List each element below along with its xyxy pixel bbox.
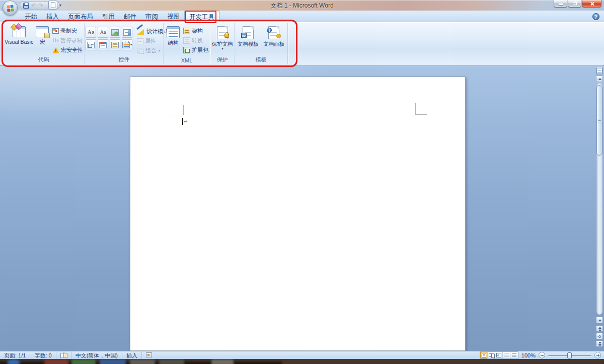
print-preview-button[interactable] (48, 1, 57, 10)
reading-view-icon (489, 353, 491, 357)
annotation-box-ribbon (2, 20, 297, 67)
text-cursor[interactable] (182, 118, 183, 125)
previous-page-button[interactable] (596, 325, 603, 332)
margin-mark-top-left-horizontal (172, 115, 184, 115)
zoom-slider[interactable] (548, 352, 591, 358)
status-bar: 页面: 1/1 字数: 0 中文(简体，中国) 插入 100% (0, 351, 604, 359)
view-button-outline[interactable] (503, 352, 510, 358)
view-button-full-screen-reading[interactable] (488, 352, 495, 358)
taskbar-button-hint (159, 359, 184, 364)
next-page-button[interactable] (596, 340, 603, 347)
browse-object-icon (598, 335, 601, 338)
taskbar-button-hint (211, 359, 234, 364)
paragraph-mark: ↵ (184, 119, 188, 124)
status-language[interactable]: 中文(简体，中国) (71, 352, 122, 359)
status-insert-mode[interactable]: 插入 (122, 352, 142, 359)
view-button-draft[interactable] (510, 352, 518, 358)
windows-taskbar-sliver (0, 359, 604, 364)
title-bar: 文档 1 - Microsoft Word (0, 0, 604, 11)
taskbar-button-hint (44, 359, 68, 364)
next-page-icon (598, 344, 601, 346)
margin-mark-top-right-vertical (415, 103, 416, 115)
web-layout-icon (496, 353, 501, 357)
document-workspace: ↵ (0, 66, 604, 351)
scroll-up-button[interactable] (596, 76, 603, 82)
status-page-number[interactable]: 页面: 1/1 (0, 352, 30, 359)
macro-record-icon (146, 352, 152, 357)
undo-icon[interactable]: ↶ (31, 3, 36, 9)
restore-icon (573, 2, 577, 5)
close-button[interactable] (582, 0, 601, 8)
select-browse-object-button[interactable] (596, 333, 603, 339)
margin-mark-top-left-vertical (183, 105, 184, 115)
zoom-level[interactable]: 100% (521, 352, 536, 358)
minimize-button[interactable] (554, 0, 567, 8)
scroll-down-icon (598, 320, 601, 322)
scroll-up-icon (598, 78, 601, 80)
zoom-slider-thumb[interactable] (567, 352, 572, 358)
document-page[interactable] (130, 77, 466, 351)
draft-view-icon (512, 353, 516, 354)
view-button-print-layout[interactable] (480, 352, 488, 358)
spell-check-status[interactable] (56, 352, 71, 359)
zoom-out-button[interactable] (539, 352, 545, 358)
window-title: 文档 1 - Microsoft Word (0, 2, 604, 10)
scrollbar-thumb[interactable] (596, 85, 602, 156)
taskbar-button-hint (100, 359, 126, 364)
scroll-down-button[interactable] (596, 317, 603, 323)
office-logo-icon (7, 5, 14, 12)
outline-view-icon (504, 353, 509, 354)
spell-check-icon (60, 352, 67, 357)
macro-recording-status[interactable] (142, 352, 156, 359)
save-icon[interactable] (23, 3, 29, 9)
minimize-icon (559, 4, 563, 5)
close-icon (590, 2, 594, 6)
restore-button[interactable] (568, 0, 581, 8)
view-button-web-layout[interactable] (495, 352, 503, 358)
margin-mark-top-right-horizontal (415, 114, 427, 115)
view-shortcuts (480, 351, 518, 359)
word-window: 文档 1 - Microsoft Word ↶ ↷ ▾ 开始 插入 页面布局 引… (0, 0, 604, 364)
taskbar-area-hint (282, 359, 604, 364)
start-orb-hint (7, 359, 20, 364)
window-controls (553, 0, 601, 8)
taskbar-button-hint (130, 359, 155, 364)
redo-icon[interactable]: ↷ (38, 3, 43, 9)
ruler-icon (596, 68, 602, 74)
ruler-toggle-button[interactable] (596, 67, 603, 75)
customize-qat-dropdown-icon[interactable]: ▾ (59, 3, 61, 8)
previous-page-icon (598, 329, 601, 331)
print-layout-icon (482, 353, 486, 357)
office-button[interactable] (3, 1, 18, 16)
status-word-count[interactable]: 字数: 0 (30, 352, 56, 359)
zoom-in-button[interactable] (594, 352, 601, 358)
help-button[interactable]: ? (592, 13, 599, 20)
taskbar-button-hint (71, 359, 96, 364)
vertical-scrollbar (596, 67, 603, 350)
document-icon (51, 3, 55, 8)
scrollbar-track[interactable] (596, 83, 602, 315)
